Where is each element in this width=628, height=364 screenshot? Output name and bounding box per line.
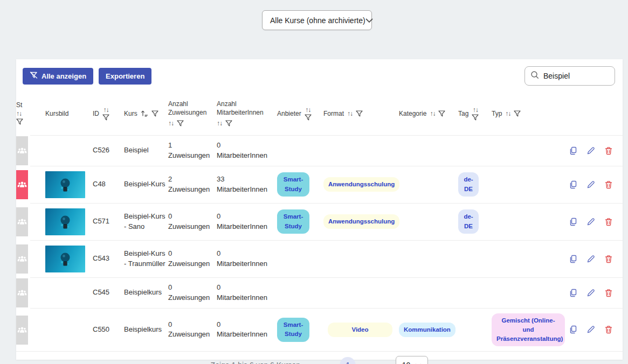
group-icon [17,326,27,334]
filter-icon[interactable] [472,114,479,121]
pencil-icon [586,146,595,155]
duplicate-button[interactable] [569,255,577,263]
search-box[interactable] [525,66,615,86]
course-name: Beispiel-Kurs - Sano [124,203,168,240]
duplicate-button[interactable] [569,146,577,155]
edit-button[interactable] [586,146,595,155]
page: Alle Kurse (ohne archivierte) Alle anzei… [0,0,628,364]
filter-icon[interactable] [356,110,363,117]
filter-icon[interactable] [102,114,109,121]
format-badge: Video [328,323,392,337]
status-badge [16,136,28,165]
filter-icon[interactable] [16,118,23,125]
course-filter-dropdown[interactable]: Alle Kurse (ohne archivierte) [262,10,372,30]
col-header-typ[interactable]: Typ ↑↓ [492,92,571,135]
col-header-zuweisungen[interactable]: Anzahl Zuweisungen ↑↓ [168,92,217,135]
course-filter-value: Alle Kurse (ohne archivierte) [270,16,365,25]
status-badge [16,207,28,236]
pencil-icon [586,289,595,297]
sort-icon[interactable]: ↑↓ [103,106,109,114]
course-image-cell [30,203,93,240]
edit-button[interactable] [586,325,595,334]
filter-icon[interactable] [514,110,521,117]
sort-icon[interactable]: ↑↓ [473,106,478,114]
next-page-button[interactable]: › [367,361,369,364]
page-size-select[interactable]: 10 [396,356,429,364]
sort-icon[interactable]: ↑↓ [505,110,510,117]
copy-icon [569,146,577,155]
col-header-id[interactable]: ID ↑↓ [93,92,124,135]
col-header-kurs[interactable]: Kurs [124,92,168,135]
duplicate-button[interactable] [569,325,577,334]
sort-ascending-icon[interactable] [141,110,148,117]
provider-badge: Smart-Study [277,209,309,234]
table-row: C543 Beispiel-Kurs - Traunmüller 0Zuweis… [16,240,623,277]
filter-icon[interactable] [225,120,232,127]
current-page-button[interactable]: 1 [340,357,356,364]
col-header-kategorie[interactable]: Kategorie ↑↓ [399,92,458,135]
type-badge: Gemischt (Online- und Präsenzveranstaltu… [492,313,565,347]
edit-button[interactable] [586,180,595,189]
course-thumbnail[interactable] [45,171,85,198]
edit-button[interactable] [586,255,595,263]
delete-button[interactable] [604,180,613,189]
course-name: Beispiel-Kurs - Traunmüller [124,240,168,277]
group-icon [17,289,27,297]
duplicate-button[interactable] [569,218,577,226]
course-thumbnail[interactable] [45,208,85,235]
filter-icon[interactable] [305,114,312,121]
table-row: C571 Beispiel-Kurs - Sano 0Zuweisungen 0… [16,203,623,240]
delete-button[interactable] [604,325,613,334]
show-all-button[interactable]: Alle anzeigen [23,68,93,85]
pagination-summary: Zeige 1 bis 6 von 6 Kursen [211,361,301,364]
edit-button[interactable] [586,289,595,297]
delete-button[interactable] [604,218,613,226]
course-image-cell [30,308,93,351]
col-label-typ: Typ [492,110,502,117]
col-header-status[interactable]: St ↑↓ [16,92,30,135]
sort-icon[interactable]: ↑↓ [16,110,22,117]
sort-icon[interactable]: ↑↓ [217,120,222,127]
edit-button[interactable] [586,218,595,226]
sort-icon[interactable]: ↑↓ [168,120,174,127]
duplicate-button[interactable] [569,180,577,189]
trash-icon [604,255,613,263]
course-thumbnail[interactable] [45,246,85,272]
export-button[interactable]: Exportieren [99,68,151,85]
sort-icon[interactable]: ↑↓ [347,110,353,117]
delete-button[interactable] [604,146,613,155]
course-image-cell [30,135,93,166]
table-row: C550 Beispielkurs 0Zuweisungen 0Mitarbei… [16,308,623,351]
search-icon [530,71,539,81]
col-header-anbieter[interactable]: Anbieter ↑↓ [277,92,323,135]
duplicate-button[interactable] [569,289,577,297]
sort-icon[interactable]: ↑↓ [305,106,310,114]
prev-page-button[interactable]: ‹ [326,361,329,364]
col-label-kursbild: Kursbild [45,110,68,117]
group-icon [17,180,27,188]
search-input[interactable] [543,72,609,80]
filter-icon[interactable] [177,120,184,127]
table-row: C48 Beispiel-Kurs 2Zuweisungen 33Mitarbe… [16,166,623,203]
pencil-icon [586,180,595,189]
col-header-format[interactable]: Format ↑↓ [323,92,399,135]
lightbulb-image [58,214,72,230]
filter-icon[interactable] [438,110,445,117]
filter-clear-icon [30,72,38,81]
delete-button[interactable] [604,255,613,263]
filter-icon[interactable] [151,110,158,117]
first-page-button[interactable]: « [311,361,315,364]
course-name: Beispielkurs [124,277,168,308]
tag-badge: de-DE [458,172,479,197]
col-header-tag[interactable]: Tag ↑↓ [458,92,492,135]
sort-icon[interactable]: ↑↓ [430,110,435,117]
table-row: C526 Beispiel 1Zuweisungen 0MitarbeiterI… [16,135,623,166]
status-badge [16,278,28,307]
last-page-button[interactable]: » [380,361,384,364]
employees-cell: 0MitarbeiterInnen [217,240,277,277]
delete-button[interactable] [604,289,613,297]
trash-icon [604,218,613,226]
col-header-mitarbeiter[interactable]: Anzahl MitarbeiterInnen ↑↓ [217,92,277,135]
pencil-icon [586,325,595,334]
group-icon [17,146,27,155]
